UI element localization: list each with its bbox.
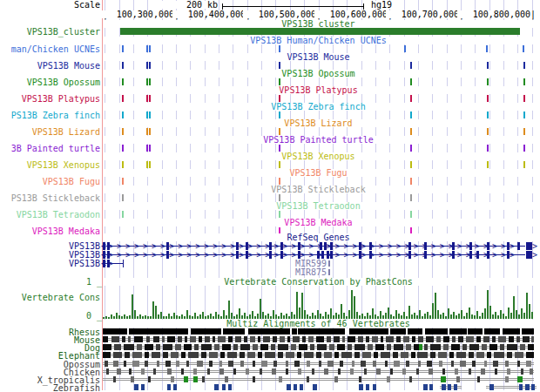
exon-block (369, 251, 372, 259)
alignment-block (483, 336, 489, 342)
alignment-block (181, 368, 184, 375)
exon-block (327, 251, 329, 259)
alignment-block (448, 384, 451, 390)
track-label[interactable]: VPS13B Fugu (0, 178, 100, 186)
gene-label[interactable]: VPS13B (0, 251, 100, 259)
conservation-bar (510, 313, 512, 319)
alignment-block (438, 352, 447, 358)
track-label[interactable]: VPS13B Lizard (0, 128, 100, 136)
alignment-block (526, 352, 534, 358)
conservation-bar (199, 314, 201, 319)
alignment-block (443, 336, 449, 342)
conservation-bar (152, 301, 154, 319)
exon-block (359, 251, 361, 259)
alignment-block (132, 361, 139, 367)
ucne-tick (279, 145, 280, 152)
conservation-bar (163, 316, 165, 319)
track-title: VPS13B Zebra finch (103, 103, 534, 111)
track-label-cluster[interactable]: VPS13B_cluster (0, 28, 100, 36)
conservation-ymin-label: 0 _ (0, 312, 102, 320)
alignment-block (131, 376, 134, 382)
exon-block (107, 251, 110, 259)
conservation-bar (301, 293, 303, 319)
cluster-bar[interactable] (120, 28, 520, 35)
alignment-block (409, 376, 412, 382)
exon-block (359, 242, 361, 250)
ucne-tick (410, 194, 412, 201)
alignment-block (122, 336, 125, 342)
alignment-block (387, 376, 390, 382)
gene-label[interactable]: VPS13B (0, 242, 100, 250)
track-label[interactable]: VPS13B Tetraodon (0, 211, 100, 219)
conservation-bar (223, 310, 225, 319)
track-label[interactable]: VPS13B Medaka (0, 227, 100, 235)
track-label[interactable]: 3B Painted turtle (0, 145, 100, 152)
conservation-bar (450, 314, 452, 319)
conservation-bar (388, 308, 389, 319)
conservation-bar (492, 314, 494, 319)
alignment-block (186, 361, 189, 367)
alignment-block (427, 361, 432, 367)
ucne-tick (149, 62, 151, 69)
track-title: VPS13B Platypus (103, 86, 534, 94)
track-label[interactable]: PS13B Stickleback (0, 194, 100, 202)
intron-arrows: > (108, 260, 121, 267)
track-label[interactable]: PS13B Zebra finch (0, 112, 100, 119)
conservation-bar (111, 314, 112, 319)
alignment-block (429, 384, 433, 390)
track-title: VPS13B Xenopus (103, 152, 534, 160)
conservation-bar (158, 314, 159, 319)
conservation-bar (531, 312, 533, 319)
exon-block (280, 251, 283, 259)
conservation-bar (372, 308, 374, 319)
alignment-gap (422, 328, 425, 335)
alignment-block (359, 384, 363, 390)
conservation-bar (155, 306, 157, 319)
ucne-tick (410, 78, 412, 85)
conservation-bar (335, 313, 337, 319)
track-label[interactable]: VPS13B Xenopus (0, 161, 100, 169)
alignment-block (124, 361, 126, 367)
mir-gene-label[interactable]: MIR875 (276, 268, 327, 276)
conservation-bar (435, 293, 436, 319)
track-label[interactable]: VPS13B Mouse (0, 62, 100, 70)
conservation-bar (113, 316, 115, 319)
conservation-track-label[interactable]: Vertebrate Cons (0, 294, 100, 301)
alignment-block (430, 344, 441, 350)
alignment-block (507, 368, 510, 375)
alignment-block (412, 336, 415, 342)
track-label[interactable]: VPS13B Platypus (0, 95, 100, 103)
exon-block (166, 242, 169, 250)
alignment-block (178, 336, 182, 342)
mir-gene-label[interactable]: MIR599 (276, 260, 327, 267)
alignment-block (352, 361, 354, 367)
multiz-species-label[interactable]: Elephant (0, 352, 100, 360)
alignment-block (469, 352, 474, 358)
alignment-block (430, 352, 435, 358)
ucne-tick (410, 112, 412, 118)
gene-label[interactable]: VPS13B (0, 260, 100, 267)
multiz-title: Multiz Alignments of 46 Vertebrates (103, 320, 534, 328)
track-label[interactable]: man/Chicken UCNEs (0, 45, 100, 53)
track-title: VPS13B Opossum (103, 70, 534, 78)
alignment-block (341, 352, 352, 358)
multiz-species-label[interactable]: Zebrafish (0, 384, 100, 392)
conservation-bar (280, 313, 282, 319)
alignment-block (386, 336, 394, 342)
alignment-block (111, 336, 119, 342)
alignment-block (494, 352, 504, 358)
track-label[interactable]: VPS13B Opossum (0, 78, 100, 86)
alignment-block (525, 384, 530, 390)
alignment-block (113, 376, 116, 382)
alignment-block (498, 336, 506, 342)
exon-block (317, 251, 320, 259)
ucne-tick (487, 95, 489, 102)
alignment-block (235, 336, 241, 342)
conservation-bar (105, 316, 107, 319)
alignment-block (429, 368, 433, 375)
alignment-block (298, 368, 301, 375)
alignment-block (207, 368, 210, 375)
alignment-block (528, 344, 534, 350)
alignment-block (113, 352, 122, 358)
alignment-block (342, 336, 345, 342)
